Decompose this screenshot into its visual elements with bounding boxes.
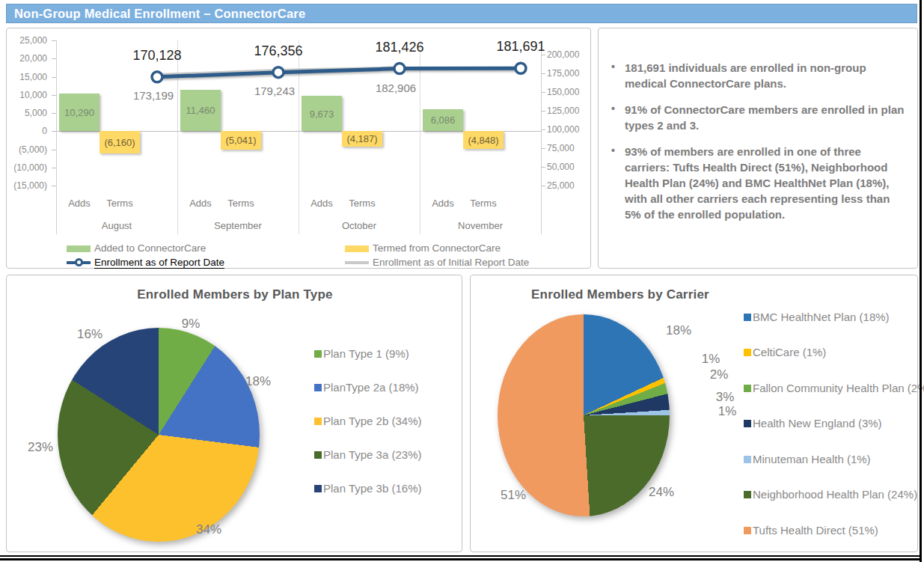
pie-chart	[498, 314, 670, 516]
legend-swatch	[345, 245, 369, 252]
carrier-chart-panel: Enrolled Members by Carrier 18%1%2%3%1%2…	[470, 275, 918, 552]
pie-legend-swatch	[744, 527, 751, 534]
left-axis-tick-label: 5,000	[10, 108, 47, 118]
bullet-item: 181,691 individuals are enrolled in non-…	[609, 60, 907, 91]
pie-percent-label: 1%	[718, 404, 737, 419]
adds-category-label: Adds	[310, 198, 333, 209]
left-axis-tick-label: 20,000	[10, 53, 47, 64]
page-title-bar: Non-Group Medical Enrollment – Connector…	[6, 4, 917, 23]
report-date-value-label: 176,356	[254, 43, 302, 59]
page-title: Non-Group Medical Enrollment – Connector…	[14, 7, 305, 20]
legend-line-marker	[75, 258, 83, 266]
pie-percent-label: 34%	[196, 522, 221, 537]
enrollment-chart-panel: 25,00020,00015,00010,0005,0000(5,000)(10…	[6, 28, 591, 269]
pie-legend-label: Plan Type 3a (23%)	[323, 448, 421, 461]
pie-legend-swatch	[314, 485, 322, 492]
pie-percent-label: 18%	[666, 323, 691, 338]
left-axis-tick-label: 25,000	[10, 35, 47, 46]
pie-legend-label: Minuteman Health (1%)	[753, 453, 871, 465]
right-axis-tick-label: 200,000	[547, 49, 579, 60]
enrollment-lines	[56, 40, 541, 198]
pie-legend-label: PlanType 2a (18%)	[323, 381, 419, 394]
pie-legend-label: Fallon Community Health Plan (2%)	[753, 382, 924, 394]
pie-percent-label: 16%	[77, 327, 103, 342]
pie-percent-label: 3%	[716, 390, 735, 405]
pie-chart	[58, 328, 260, 542]
report-date-value-label: 181,691	[496, 39, 545, 55]
pie-percent-label: 1%	[702, 352, 720, 367]
pie-legend-swatch	[744, 314, 751, 321]
carrier-chart-title: Enrolled Members by Carrier	[471, 287, 770, 302]
page-right-border	[920, 0, 922, 562]
pie-percent-label: 23%	[28, 440, 53, 455]
legend-label: Termed from ConnectorCare	[373, 242, 501, 254]
right-axis-tick-label: 175,000	[547, 68, 579, 79]
pie-legend-label: Neighborhood Health Plan (24%)	[753, 488, 917, 501]
left-axis-tick-label: 0	[10, 126, 47, 136]
initial-report-date-value-label: 182,906	[376, 82, 416, 94]
adds-category-label: Adds	[189, 198, 212, 209]
right-axis-tick-label: 100,000	[547, 124, 579, 135]
pie-percent-label: 51%	[501, 488, 526, 503]
pie-percent-label: 9%	[182, 317, 201, 332]
line-marker	[515, 63, 526, 73]
legend-swatch	[67, 245, 91, 252]
pie-legend-label: Plan Type 3b (16%)	[323, 482, 421, 495]
pie-legend-label: BMC HealthNet Plan (18%)	[753, 311, 890, 323]
right-axis-tick-label: 150,000	[547, 87, 579, 97]
terms-category-label: Terms	[349, 198, 375, 209]
month-label: September	[214, 220, 262, 231]
page-bottom-border-thick	[0, 558, 922, 561]
pie-legend-swatch	[744, 385, 751, 392]
legend-label: Enrollment as of Initial Report Date	[373, 257, 529, 268]
left-axis-tick-label: 15,000	[10, 72, 47, 82]
terms-category-label: Terms	[227, 198, 254, 209]
legend-line-swatch	[345, 261, 369, 264]
pie-percent-label: 24%	[649, 485, 674, 500]
pie-legend-swatch	[744, 491, 751, 498]
pie-legend-swatch	[744, 456, 751, 463]
pie-legend-label: Plan Type 2b (34%)	[323, 415, 421, 427]
legend-label: Enrollment as of Report Date	[94, 257, 224, 269]
plan-type-chart-title: Enrolled Members by Plan Type	[7, 287, 463, 302]
left-axis-tick-label: 10,000	[10, 90, 47, 100]
pie-legend-swatch	[744, 349, 751, 356]
pie-percent-label: 18%	[245, 374, 271, 389]
pie-legend-label: CeltiCare (1%)	[753, 346, 826, 358]
line-marker	[273, 67, 284, 78]
left-axis-tick-label: (5,000)	[10, 144, 47, 155]
month-label: October	[342, 220, 376, 231]
pie-legend-swatch	[744, 420, 751, 427]
adds-category-label: Adds	[68, 198, 91, 209]
summary-bullet-list: 181,691 individuals are enrolled in non-…	[609, 60, 907, 233]
report-date-value-label: 181,426	[375, 40, 423, 55]
pie-legend-swatch	[314, 451, 322, 459]
initial-report-date-value-label: 173,199	[133, 89, 174, 102]
pie-legend-label: Plan Type 1 (9%)	[323, 347, 409, 360]
bullet-item: 91% of ConnectorCare members are enrolle…	[609, 102, 907, 133]
bullet-item: 93% of members are enrolled in one of th…	[609, 144, 907, 222]
terms-category-label: Terms	[470, 198, 496, 209]
month-label: August	[102, 220, 132, 231]
pie-legend-label: Health New England (3%)	[753, 417, 882, 430]
month-label: November	[458, 220, 503, 231]
left-axis-tick-label: (10,000)	[10, 162, 47, 173]
adds-category-label: Adds	[432, 198, 454, 209]
report-page: Non-Group Medical Enrollment – Connector…	[0, 0, 924, 562]
legend-label: Added to ConnectorCare	[94, 242, 206, 254]
pie-legend-label: Tufts Health Direct (51%)	[753, 524, 878, 537]
page-bottom-border-thin	[0, 555, 922, 557]
summary-panel: 181,691 individuals are enrolled in non-…	[598, 28, 918, 269]
category-separator-line	[541, 40, 542, 234]
pie-percent-label: 2%	[710, 367, 729, 382]
line-marker	[394, 64, 405, 74]
pie-legend-swatch	[314, 418, 322, 425]
report-date-value-label: 170,128	[132, 48, 181, 64]
right-axis-tick-label: 50,000	[547, 162, 575, 172]
pie-legend-swatch	[314, 350, 322, 358]
left-axis-tick-label: (15,000)	[10, 180, 47, 191]
initial-report-date-value-label: 179,243	[254, 85, 295, 97]
terms-category-label: Terms	[106, 198, 132, 209]
right-axis-tick-label: 25,000	[547, 180, 575, 191]
right-axis-tick-label: 75,000	[547, 143, 575, 153]
